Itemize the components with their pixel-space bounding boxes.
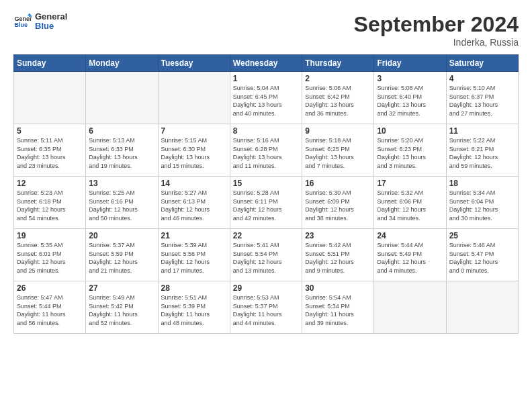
day-number: 14	[161, 179, 227, 188]
col-friday: Friday	[374, 55, 446, 72]
table-row: 29Sunrise: 5:53 AM Sunset: 5:37 PM Dayli…	[230, 281, 302, 334]
day-number: 23	[305, 231, 371, 240]
day-number: 7	[161, 126, 227, 136]
day-number: 6	[89, 126, 154, 136]
day-info: Sunrise: 5:49 AM Sunset: 5:42 PM Dayligh…	[89, 293, 154, 327]
day-number: 29	[233, 283, 299, 293]
day-info: Sunrise: 5:51 AM Sunset: 5:39 PM Dayligh…	[161, 293, 227, 327]
day-number: 15	[233, 179, 299, 188]
day-info: Sunrise: 5:46 AM Sunset: 5:47 PM Dayligh…	[449, 241, 515, 275]
col-monday: Monday	[86, 55, 158, 72]
day-info: Sunrise: 5:10 AM Sunset: 6:37 PM Dayligh…	[449, 84, 515, 118]
col-thursday: Thursday	[302, 55, 374, 72]
table-row: 17Sunrise: 5:32 AM Sunset: 6:06 PM Dayli…	[374, 177, 446, 229]
table-row: 8Sunrise: 5:16 AM Sunset: 6:28 PM Daylig…	[230, 124, 302, 177]
day-info: Sunrise: 5:11 AM Sunset: 6:35 PM Dayligh…	[17, 136, 83, 170]
table-row: 14Sunrise: 5:27 AM Sunset: 6:13 PM Dayli…	[158, 177, 230, 229]
day-number: 21	[161, 231, 227, 240]
day-info: Sunrise: 5:34 AM Sunset: 6:04 PM Dayligh…	[449, 189, 515, 222]
table-row	[14, 72, 86, 124]
table-row: 20Sunrise: 5:37 AM Sunset: 5:59 PM Dayli…	[86, 229, 158, 281]
logo: General Blue General Blue	[13, 12, 67, 32]
table-row: 13Sunrise: 5:25 AM Sunset: 6:16 PM Dayli…	[86, 177, 158, 229]
day-info: Sunrise: 5:32 AM Sunset: 6:06 PM Dayligh…	[377, 189, 443, 222]
table-row: 2Sunrise: 5:06 AM Sunset: 6:42 PM Daylig…	[302, 72, 374, 124]
table-row: 11Sunrise: 5:22 AM Sunset: 6:21 PM Dayli…	[446, 124, 518, 177]
table-row	[158, 72, 230, 124]
table-row: 25Sunrise: 5:46 AM Sunset: 5:47 PM Dayli…	[446, 229, 518, 281]
month-title: September 2024	[354, 12, 519, 37]
table-row: 1Sunrise: 5:04 AM Sunset: 6:45 PM Daylig…	[230, 72, 302, 124]
day-number: 16	[305, 179, 371, 188]
table-row: 9Sunrise: 5:18 AM Sunset: 6:25 PM Daylig…	[302, 124, 374, 177]
day-number: 3	[377, 74, 443, 83]
day-number: 22	[233, 231, 299, 240]
table-row: 16Sunrise: 5:30 AM Sunset: 6:09 PM Dayli…	[302, 177, 374, 229]
day-info: Sunrise: 5:13 AM Sunset: 6:33 PM Dayligh…	[89, 136, 154, 170]
day-number: 26	[17, 283, 83, 293]
day-number: 4	[449, 74, 515, 83]
table-row: 15Sunrise: 5:28 AM Sunset: 6:11 PM Dayli…	[230, 177, 302, 229]
page: General Blue General Blue September 2024…	[0, 0, 532, 411]
day-number: 2	[305, 74, 371, 83]
day-number: 28	[161, 283, 227, 293]
day-number: 30	[305, 283, 371, 293]
title-block: September 2024 Inderka, Russia	[354, 12, 519, 48]
day-number: 5	[17, 126, 83, 136]
day-number: 24	[377, 231, 443, 240]
calendar-week-row: 5Sunrise: 5:11 AM Sunset: 6:35 PM Daylig…	[14, 124, 519, 177]
location: Inderka, Russia	[354, 37, 519, 48]
table-row: 30Sunrise: 5:54 AM Sunset: 5:34 PM Dayli…	[302, 281, 374, 334]
day-info: Sunrise: 5:15 AM Sunset: 6:30 PM Dayligh…	[161, 136, 227, 170]
table-row: 23Sunrise: 5:42 AM Sunset: 5:51 PM Dayli…	[302, 229, 374, 281]
day-info: Sunrise: 5:04 AM Sunset: 6:45 PM Dayligh…	[233, 84, 299, 118]
calendar-header-row: Sunday Monday Tuesday Wednesday Thursday…	[14, 55, 519, 72]
day-number: 20	[89, 231, 154, 240]
table-row: 3Sunrise: 5:08 AM Sunset: 6:40 PM Daylig…	[374, 72, 446, 124]
day-info: Sunrise: 5:44 AM Sunset: 5:49 PM Dayligh…	[377, 241, 443, 275]
table-row	[86, 72, 158, 124]
col-sunday: Sunday	[14, 55, 86, 72]
table-row: 4Sunrise: 5:10 AM Sunset: 6:37 PM Daylig…	[446, 72, 518, 124]
logo-general: General	[35, 12, 67, 21]
day-info: Sunrise: 5:06 AM Sunset: 6:42 PM Dayligh…	[305, 84, 371, 118]
day-number: 25	[449, 231, 515, 240]
day-number: 17	[377, 179, 443, 188]
table-row: 6Sunrise: 5:13 AM Sunset: 6:33 PM Daylig…	[86, 124, 158, 177]
table-row: 22Sunrise: 5:41 AM Sunset: 5:54 PM Dayli…	[230, 229, 302, 281]
day-number: 10	[377, 126, 443, 136]
svg-text:Blue: Blue	[14, 22, 28, 29]
day-number: 19	[17, 231, 83, 240]
day-info: Sunrise: 5:08 AM Sunset: 6:40 PM Dayligh…	[377, 84, 443, 118]
day-info: Sunrise: 5:30 AM Sunset: 6:09 PM Dayligh…	[305, 189, 371, 222]
calendar-week-row: 12Sunrise: 5:23 AM Sunset: 6:18 PM Dayli…	[14, 177, 519, 229]
table-row: 21Sunrise: 5:39 AM Sunset: 5:56 PM Dayli…	[158, 229, 230, 281]
col-saturday: Saturday	[446, 55, 518, 72]
calendar-week-row: 19Sunrise: 5:35 AM Sunset: 6:01 PM Dayli…	[14, 229, 519, 281]
table-row	[374, 281, 446, 334]
calendar-week-row: 26Sunrise: 5:47 AM Sunset: 5:44 PM Dayli…	[14, 281, 519, 334]
day-info: Sunrise: 5:41 AM Sunset: 5:54 PM Dayligh…	[233, 241, 299, 275]
calendar-week-row: 1Sunrise: 5:04 AM Sunset: 6:45 PM Daylig…	[14, 72, 519, 124]
day-info: Sunrise: 5:23 AM Sunset: 6:18 PM Dayligh…	[17, 189, 83, 222]
day-number: 12	[17, 179, 83, 188]
day-number: 11	[449, 126, 515, 136]
day-info: Sunrise: 5:47 AM Sunset: 5:44 PM Dayligh…	[17, 293, 83, 327]
table-row: 26Sunrise: 5:47 AM Sunset: 5:44 PM Dayli…	[14, 281, 86, 334]
day-info: Sunrise: 5:35 AM Sunset: 6:01 PM Dayligh…	[17, 241, 83, 275]
table-row: 24Sunrise: 5:44 AM Sunset: 5:49 PM Dayli…	[374, 229, 446, 281]
day-number: 13	[89, 179, 154, 188]
day-info: Sunrise: 5:22 AM Sunset: 6:21 PM Dayligh…	[449, 136, 515, 170]
table-row: 18Sunrise: 5:34 AM Sunset: 6:04 PM Dayli…	[446, 177, 518, 229]
day-number: 27	[89, 283, 154, 293]
day-info: Sunrise: 5:18 AM Sunset: 6:25 PM Dayligh…	[305, 136, 371, 170]
day-info: Sunrise: 5:16 AM Sunset: 6:28 PM Dayligh…	[233, 136, 299, 170]
table-row: 19Sunrise: 5:35 AM Sunset: 6:01 PM Dayli…	[14, 229, 86, 281]
day-info: Sunrise: 5:53 AM Sunset: 5:37 PM Dayligh…	[233, 293, 299, 327]
day-number: 1	[233, 74, 299, 83]
col-tuesday: Tuesday	[158, 55, 230, 72]
header: General Blue General Blue September 2024…	[13, 12, 519, 48]
day-info: Sunrise: 5:25 AM Sunset: 6:16 PM Dayligh…	[89, 189, 154, 222]
day-info: Sunrise: 5:27 AM Sunset: 6:13 PM Dayligh…	[161, 189, 227, 222]
day-info: Sunrise: 5:28 AM Sunset: 6:11 PM Dayligh…	[233, 189, 299, 222]
